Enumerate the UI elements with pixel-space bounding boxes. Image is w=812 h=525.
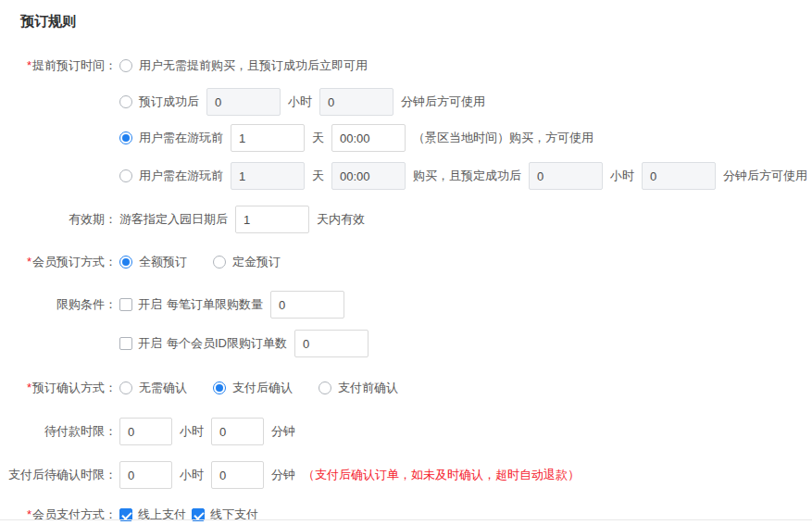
radio-checked-icon[interactable] xyxy=(119,131,132,144)
form-row-advance-option-4: 用户需在游玩前 天 购买，且预定成功后 小时 分钟后方可使用 xyxy=(0,162,812,190)
hours-input[interactable] xyxy=(529,162,603,190)
checkbox-label: 线上支付 xyxy=(138,506,186,523)
radio-icon[interactable] xyxy=(119,169,132,182)
minutes-input[interactable] xyxy=(642,162,716,190)
checkbox-label: 开启 xyxy=(138,335,162,352)
radio-option-label: 用户需在游玩前 xyxy=(139,168,223,184)
hours-unit-label: 小时 xyxy=(288,94,312,110)
purchase-limit-label: 限购条件： xyxy=(0,296,117,313)
radio-option-label: 用户无需提前购买，且预订成功后立即可用 xyxy=(139,57,368,74)
pending-minutes-input[interactable] xyxy=(211,418,264,445)
form-row-pending-payment: 待付款时限： 小时 分钟 xyxy=(0,418,812,445)
validity-label: 有效期： xyxy=(0,211,117,228)
radio-option-confirm-before-pay[interactable]: 支付前确认 xyxy=(319,380,398,396)
confirm-timeout-label: 支付后待确认时限： xyxy=(0,467,117,483)
radio-option-full-payment[interactable]: 全额预订 xyxy=(119,254,187,270)
validity-prefix-label: 游客指定入园日期后 xyxy=(119,211,228,228)
checkbox-offline-payment[interactable]: 线下支付 xyxy=(192,506,258,523)
radio-icon[interactable] xyxy=(119,95,132,108)
radio-checked-icon[interactable] xyxy=(119,256,132,269)
checkbox-limit-per-order[interactable]: 开启 xyxy=(119,296,162,313)
form-row-confirm-mode: *预订确认方式： 无需确认 支付后确认 支付前确认 xyxy=(0,374,812,402)
advance-booking-label: *提前预订时间： xyxy=(0,57,117,74)
time-input[interactable] xyxy=(331,124,406,152)
minutes-input[interactable] xyxy=(319,88,394,116)
checkbox-limit-per-member[interactable]: 开启 xyxy=(119,335,162,352)
form-row-purchase-limit-2: 开启 每个会员ID限购订单数 xyxy=(0,330,812,357)
timeout-minutes-input[interactable] xyxy=(211,461,264,489)
required-asterisk: * xyxy=(27,255,31,269)
limit-per-order-label: 每笔订单限购数量 xyxy=(167,296,263,313)
time-input[interactable] xyxy=(331,162,406,190)
bottom-divider xyxy=(0,519,812,520)
radio-option-label: 无需确认 xyxy=(139,380,187,396)
radio-icon[interactable] xyxy=(319,381,331,394)
pending-hours-input[interactable] xyxy=(119,418,172,445)
radio-option-label: 全额预订 xyxy=(139,254,187,270)
form-row-confirm-timeout: 支付后待确认时限： 小时 分钟 （支付后确认订单，如未及时确认，超时自动退款） xyxy=(0,461,812,489)
radio-icon[interactable] xyxy=(119,381,132,394)
radio-checked-icon[interactable] xyxy=(213,381,226,394)
auto-refund-note: （支付后确认订单，如未及时确认，超时自动退款） xyxy=(303,467,580,483)
minutes-unit-label: 分钟 xyxy=(271,467,295,483)
days-input[interactable] xyxy=(231,162,305,190)
limit-per-order-input[interactable] xyxy=(270,291,344,319)
confirm-mode-label: *预订确认方式： xyxy=(0,380,117,396)
form-row-validity: 有效期： 游客指定入园日期后 天内有效 xyxy=(0,206,812,233)
hours-input[interactable] xyxy=(206,88,281,116)
checkbox-icon[interactable] xyxy=(119,337,132,350)
days-unit-label: 天 xyxy=(312,168,324,184)
radio-option-no-confirm[interactable]: 无需确认 xyxy=(119,380,187,396)
hours-unit-label: 小时 xyxy=(180,423,204,440)
payment-method-label: *会员支付方式： xyxy=(0,506,117,523)
days-unit-label: 天 xyxy=(312,130,324,146)
checkbox-icon[interactable] xyxy=(119,298,132,311)
radio-option-label: 预订成功后 xyxy=(139,94,199,110)
page-title: 预订规则 xyxy=(20,13,76,31)
hours-unit-label: 小时 xyxy=(610,168,634,184)
days-input[interactable] xyxy=(231,124,305,152)
validity-suffix-label: 天内有效 xyxy=(317,211,365,228)
booking-rules-panel: 预订规则 *提前预订时间： 用户无需提前购买，且预订成功后立即可用 预订成功后 … xyxy=(0,0,812,525)
option-mid-label: 购买，且预定成功后 xyxy=(413,168,521,184)
radio-option-after-success[interactable]: 预订成功后 xyxy=(119,94,199,110)
member-booking-label: *会员预订方式： xyxy=(0,254,117,270)
required-asterisk: * xyxy=(27,381,31,394)
form-row-advance-option-2: 预订成功后 小时 分钟后方可使用 xyxy=(0,88,812,116)
checkbox-label: 线下支付 xyxy=(210,506,258,523)
limit-per-member-label: 每个会员ID限购订单数 xyxy=(167,335,287,352)
required-asterisk: * xyxy=(27,58,31,72)
radio-option-label: 支付后确认 xyxy=(232,380,293,396)
form-row-payment-method: *会员支付方式： 线上支付 线下支付 xyxy=(0,501,812,525)
validity-days-input[interactable] xyxy=(235,206,309,233)
timeout-hours-input[interactable] xyxy=(119,461,172,489)
option-suffix-label: 分钟后方可使用 xyxy=(723,168,807,184)
radio-option-before-play-day[interactable]: 用户需在游玩前 xyxy=(119,130,223,146)
hours-unit-label: 小时 xyxy=(180,467,204,483)
radio-option-no-advance[interactable]: 用户无需提前购买，且预订成功后立即可用 xyxy=(119,57,368,74)
radio-option-confirm-after-pay[interactable]: 支付后确认 xyxy=(213,380,293,396)
radio-option-label: 用户需在游玩前 xyxy=(139,130,223,146)
limit-per-member-input[interactable] xyxy=(294,330,369,357)
checkbox-label: 开启 xyxy=(138,296,162,313)
form-row-member-booking-mode: *会员预订方式： 全额预订 定金预订 xyxy=(0,248,812,276)
radio-option-before-play-plus-delay[interactable]: 用户需在游玩前 xyxy=(119,168,223,184)
pending-payment-label: 待付款时限： xyxy=(0,423,117,440)
checkbox-online-payment[interactable]: 线上支付 xyxy=(119,506,186,523)
radio-icon[interactable] xyxy=(119,59,132,72)
minutes-unit-label: 分钟 xyxy=(271,423,295,440)
radio-option-label: 定金预订 xyxy=(232,254,281,270)
option-suffix-label: 分钟后方可使用 xyxy=(401,94,485,110)
form-row-advance-option-1: *提前预订时间： 用户无需提前购买，且预订成功后立即可用 xyxy=(0,52,812,80)
form-row-advance-option-3: 用户需在游玩前 天 （景区当地时间）购买，方可使用 xyxy=(0,124,812,152)
radio-icon[interactable] xyxy=(213,256,226,269)
radio-option-deposit[interactable]: 定金预订 xyxy=(213,254,281,270)
option-suffix-label: （景区当地时间）购买，方可使用 xyxy=(413,130,593,146)
radio-option-label: 支付前确认 xyxy=(338,380,398,396)
form-row-purchase-limit-1: 限购条件： 开启 每笔订单限购数量 xyxy=(0,291,812,319)
